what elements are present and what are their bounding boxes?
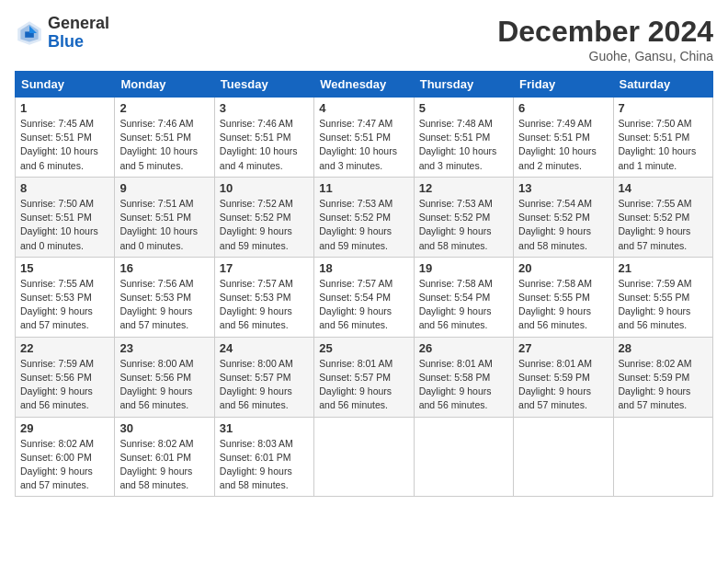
calendar-cell bbox=[613, 417, 712, 497]
calendar-cell: 3 Sunrise: 7:46 AM Sunset: 5:51 PM Dayli… bbox=[214, 98, 313, 178]
calendar-cell: 6 Sunrise: 7:49 AM Sunset: 5:51 PM Dayli… bbox=[514, 98, 613, 178]
day-number: 10 bbox=[220, 181, 309, 195]
day-info: Sunrise: 7:46 AM Sunset: 5:51 PM Dayligh… bbox=[220, 117, 309, 173]
logo: General Blue bbox=[15, 15, 109, 52]
calendar-week-row: 8 Sunrise: 7:50 AM Sunset: 5:51 PM Dayli… bbox=[16, 177, 713, 257]
calendar-cell bbox=[314, 417, 414, 497]
weekday-header: Wednesday bbox=[314, 72, 414, 98]
weekday-header: Monday bbox=[115, 72, 214, 98]
day-number: 11 bbox=[319, 181, 408, 195]
day-info: Sunrise: 8:02 AM Sunset: 5:59 PM Dayligh… bbox=[619, 357, 708, 413]
day-number: 5 bbox=[419, 101, 508, 115]
calendar-cell: 24 Sunrise: 8:00 AM Sunset: 5:57 PM Dayl… bbox=[214, 337, 313, 417]
day-number: 28 bbox=[619, 341, 708, 355]
day-info: Sunrise: 7:54 AM Sunset: 5:52 PM Dayligh… bbox=[518, 197, 608, 253]
weekday-header: Sunday bbox=[16, 72, 115, 98]
day-info: Sunrise: 7:55 AM Sunset: 5:53 PM Dayligh… bbox=[20, 277, 109, 333]
day-info: Sunrise: 7:59 AM Sunset: 5:56 PM Dayligh… bbox=[20, 357, 109, 413]
day-number: 26 bbox=[419, 341, 508, 355]
calendar: SundayMondayTuesdayWednesdayThursdayFrid… bbox=[15, 71, 713, 497]
calendar-cell bbox=[414, 417, 513, 497]
calendar-cell: 8 Sunrise: 7:50 AM Sunset: 5:51 PM Dayli… bbox=[16, 177, 115, 257]
day-info: Sunrise: 7:56 AM Sunset: 5:53 PM Dayligh… bbox=[119, 277, 209, 333]
day-info: Sunrise: 7:52 AM Sunset: 5:52 PM Dayligh… bbox=[220, 197, 309, 253]
calendar-cell: 5 Sunrise: 7:48 AM Sunset: 5:51 PM Dayli… bbox=[414, 98, 513, 178]
calendar-cell: 25 Sunrise: 8:01 AM Sunset: 5:57 PM Dayl… bbox=[314, 337, 414, 417]
calendar-cell: 14 Sunrise: 7:55 AM Sunset: 5:52 PM Dayl… bbox=[613, 177, 712, 257]
day-number: 22 bbox=[20, 341, 109, 355]
calendar-cell: 28 Sunrise: 8:02 AM Sunset: 5:59 PM Dayl… bbox=[613, 337, 712, 417]
day-info: Sunrise: 7:46 AM Sunset: 5:51 PM Dayligh… bbox=[119, 117, 209, 173]
logo-icon bbox=[15, 18, 44, 48]
day-info: Sunrise: 7:59 AM Sunset: 5:55 PM Dayligh… bbox=[619, 277, 708, 333]
day-number: 7 bbox=[619, 101, 708, 115]
day-number: 1 bbox=[20, 101, 109, 115]
page-header: General Blue December 2024 Guohe, Gansu,… bbox=[15, 15, 713, 63]
calendar-week-row: 15 Sunrise: 7:55 AM Sunset: 5:53 PM Dayl… bbox=[16, 257, 713, 337]
calendar-cell: 2 Sunrise: 7:46 AM Sunset: 5:51 PM Dayli… bbox=[115, 98, 214, 178]
day-number: 27 bbox=[518, 341, 608, 355]
day-info: Sunrise: 7:57 AM Sunset: 5:54 PM Dayligh… bbox=[319, 277, 408, 333]
day-number: 23 bbox=[119, 341, 209, 355]
calendar-cell: 1 Sunrise: 7:45 AM Sunset: 5:51 PM Dayli… bbox=[16, 98, 115, 178]
day-info: Sunrise: 8:02 AM Sunset: 6:01 PM Dayligh… bbox=[119, 437, 209, 493]
day-info: Sunrise: 7:53 AM Sunset: 5:52 PM Dayligh… bbox=[319, 197, 408, 253]
day-number: 18 bbox=[319, 261, 408, 275]
day-info: Sunrise: 7:48 AM Sunset: 5:51 PM Dayligh… bbox=[419, 117, 508, 173]
calendar-week-row: 22 Sunrise: 7:59 AM Sunset: 5:56 PM Dayl… bbox=[16, 337, 713, 417]
weekday-header: Friday bbox=[514, 72, 613, 98]
day-info: Sunrise: 7:55 AM Sunset: 5:52 PM Dayligh… bbox=[619, 197, 708, 253]
day-number: 15 bbox=[20, 261, 109, 275]
day-number: 2 bbox=[119, 101, 209, 115]
calendar-cell: 19 Sunrise: 7:58 AM Sunset: 5:54 PM Dayl… bbox=[414, 257, 513, 337]
calendar-week-row: 29 Sunrise: 8:02 AM Sunset: 6:00 PM Dayl… bbox=[16, 417, 713, 497]
calendar-cell: 15 Sunrise: 7:55 AM Sunset: 5:53 PM Dayl… bbox=[16, 257, 115, 337]
calendar-cell: 18 Sunrise: 7:57 AM Sunset: 5:54 PM Dayl… bbox=[314, 257, 414, 337]
calendar-cell: 12 Sunrise: 7:53 AM Sunset: 5:52 PM Dayl… bbox=[414, 177, 513, 257]
day-number: 13 bbox=[518, 181, 608, 195]
weekday-header: Saturday bbox=[613, 72, 712, 98]
title-block: December 2024 Guohe, Gansu, China bbox=[497, 15, 713, 63]
day-info: Sunrise: 8:02 AM Sunset: 6:00 PM Dayligh… bbox=[20, 437, 109, 493]
day-info: Sunrise: 7:50 AM Sunset: 5:51 PM Dayligh… bbox=[20, 197, 109, 253]
day-number: 21 bbox=[619, 261, 708, 275]
day-number: 6 bbox=[518, 101, 608, 115]
day-number: 14 bbox=[619, 181, 708, 195]
calendar-cell: 9 Sunrise: 7:51 AM Sunset: 5:51 PM Dayli… bbox=[115, 177, 214, 257]
calendar-cell: 4 Sunrise: 7:47 AM Sunset: 5:51 PM Dayli… bbox=[314, 98, 414, 178]
day-info: Sunrise: 7:57 AM Sunset: 5:53 PM Dayligh… bbox=[220, 277, 309, 333]
weekday-header: Tuesday bbox=[214, 72, 313, 98]
calendar-cell: 31 Sunrise: 8:03 AM Sunset: 6:01 PM Dayl… bbox=[214, 417, 313, 497]
day-info: Sunrise: 8:01 AM Sunset: 5:59 PM Dayligh… bbox=[518, 357, 608, 413]
day-number: 12 bbox=[419, 181, 508, 195]
calendar-cell: 16 Sunrise: 7:56 AM Sunset: 5:53 PM Dayl… bbox=[115, 257, 214, 337]
day-number: 31 bbox=[220, 421, 309, 435]
day-number: 24 bbox=[220, 341, 309, 355]
day-info: Sunrise: 7:49 AM Sunset: 5:51 PM Dayligh… bbox=[518, 117, 608, 173]
calendar-cell: 10 Sunrise: 7:52 AM Sunset: 5:52 PM Dayl… bbox=[214, 177, 313, 257]
day-number: 30 bbox=[119, 421, 209, 435]
logo-text: General Blue bbox=[48, 15, 109, 52]
day-info: Sunrise: 8:01 AM Sunset: 5:58 PM Dayligh… bbox=[419, 357, 508, 413]
calendar-cell: 11 Sunrise: 7:53 AM Sunset: 5:52 PM Dayl… bbox=[314, 177, 414, 257]
day-info: Sunrise: 8:03 AM Sunset: 6:01 PM Dayligh… bbox=[220, 437, 309, 493]
calendar-cell: 26 Sunrise: 8:01 AM Sunset: 5:58 PM Dayl… bbox=[414, 337, 513, 417]
calendar-cell: 20 Sunrise: 7:58 AM Sunset: 5:55 PM Dayl… bbox=[514, 257, 613, 337]
day-info: Sunrise: 7:50 AM Sunset: 5:51 PM Dayligh… bbox=[619, 117, 708, 173]
day-info: Sunrise: 8:00 AM Sunset: 5:57 PM Dayligh… bbox=[220, 357, 309, 413]
day-info: Sunrise: 7:51 AM Sunset: 5:51 PM Dayligh… bbox=[119, 197, 209, 253]
day-info: Sunrise: 7:58 AM Sunset: 5:55 PM Dayligh… bbox=[518, 277, 608, 333]
day-number: 20 bbox=[518, 261, 608, 275]
day-number: 8 bbox=[20, 181, 109, 195]
day-number: 25 bbox=[319, 341, 408, 355]
day-number: 17 bbox=[220, 261, 309, 275]
day-info: Sunrise: 7:53 AM Sunset: 5:52 PM Dayligh… bbox=[419, 197, 508, 253]
calendar-cell: 27 Sunrise: 8:01 AM Sunset: 5:59 PM Dayl… bbox=[514, 337, 613, 417]
day-number: 19 bbox=[419, 261, 508, 275]
day-info: Sunrise: 7:58 AM Sunset: 5:54 PM Dayligh… bbox=[419, 277, 508, 333]
day-number: 4 bbox=[319, 101, 408, 115]
calendar-cell: 7 Sunrise: 7:50 AM Sunset: 5:51 PM Dayli… bbox=[613, 98, 712, 178]
day-info: Sunrise: 8:00 AM Sunset: 5:56 PM Dayligh… bbox=[119, 357, 209, 413]
weekday-header: Thursday bbox=[414, 72, 513, 98]
calendar-week-row: 1 Sunrise: 7:45 AM Sunset: 5:51 PM Dayli… bbox=[16, 98, 713, 178]
